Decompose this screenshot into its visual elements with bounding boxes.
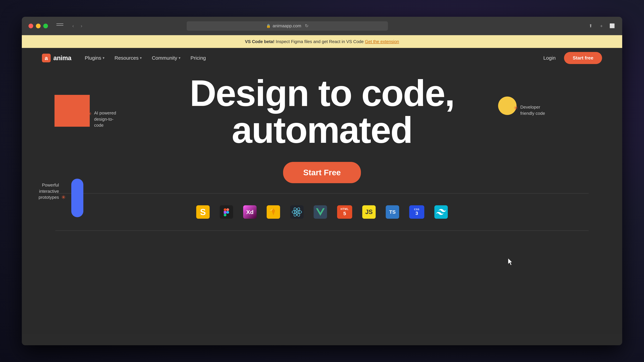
svg-rect-3 — [226, 208, 229, 211]
resources-chevron-icon: ▾ — [140, 56, 142, 60]
browser-nav-arrows: ‹ › — [70, 23, 84, 29]
nav-links: Plugins ▾ Resources ▾ Community ▾ Pricin… — [85, 55, 543, 61]
hero-cta: Start Free — [22, 162, 622, 183]
typescript-icon: TS — [386, 205, 399, 219]
logo-text: anima — [53, 54, 71, 62]
xd-icon: Xd — [243, 205, 256, 219]
url-text: animaapp.com — [273, 23, 301, 28]
blue-pill-decoration — [71, 179, 83, 217]
resources-nav-item[interactable]: Resources ▾ — [114, 55, 142, 61]
ai-powered-label: ✳ AI powereddesign-to-code — [87, 110, 116, 128]
announcement-text: Inspect Figma files and get React in VS … — [276, 39, 365, 44]
maximize-button[interactable] — [43, 24, 48, 28]
back-button[interactable]: ‹ — [70, 23, 76, 29]
website-content: VS Code beta! Inspect Figma files and ge… — [22, 35, 622, 334]
asterisk-icon: ✳ — [87, 111, 92, 117]
svg-point-10 — [296, 211, 298, 213]
asterisk-proto-icon: ✳ — [61, 194, 66, 200]
dev-label-text: Developerfriendly code — [520, 104, 545, 116]
hero-section: ✳ AI powereddesign-to-code ✳ Developerfr… — [22, 68, 622, 231]
red-shape-decoration — [54, 95, 90, 127]
javascript-icon: JS — [362, 205, 376, 219]
sidebar-toggle[interactable] — [56, 23, 64, 28]
announcement-banner: VS Code beta! Inspect Figma files and ge… — [22, 35, 622, 48]
hero-start-free-button[interactable]: Start Free — [283, 162, 361, 183]
url-bar[interactable]: 🔒 animaapp.com ↻ — [187, 21, 388, 31]
extensions-button[interactable]: ⬜ — [609, 23, 616, 29]
traffic-lights — [28, 24, 48, 28]
forward-button[interactable]: › — [78, 23, 84, 29]
pricing-nav-item[interactable]: Pricing — [190, 55, 206, 61]
plugins-nav-item[interactable]: Plugins ▾ — [85, 55, 104, 61]
mouse-cursor — [508, 258, 515, 267]
announcement-prefix: VS Code beta! — [245, 39, 274, 44]
tech-icons-row: S Xd — [22, 202, 622, 222]
svg-rect-4 — [224, 211, 226, 214]
tailwind-icon — [434, 205, 448, 219]
reload-icon[interactable]: ↻ — [305, 23, 308, 28]
css3-icon: CSS 3 — [409, 205, 424, 219]
plugins-chevron-icon: ▾ — [103, 56, 104, 60]
minimize-button[interactable] — [36, 24, 40, 28]
svg-point-5 — [226, 211, 229, 214]
proto-label-text: Powerfulinteractiveprototypes — [38, 182, 59, 200]
ai-label-text: AI powereddesign-to-code — [94, 110, 116, 128]
announcement-link[interactable]: Get the extension — [365, 39, 399, 44]
browser-titlebar: ‹ › 🔒 animaapp.com ↻ ⬆ ＋ ⬜ — [22, 17, 622, 35]
close-button[interactable] — [28, 24, 33, 28]
proto-label: Powerfulinteractiveprototypes ✳ — [38, 182, 66, 200]
asterisk-dev-icon: ✳ — [514, 105, 518, 111]
community-nav-item[interactable]: Community ▾ — [152, 55, 180, 61]
logo[interactable]: a anima — [42, 54, 71, 62]
community-chevron-icon: ▾ — [178, 56, 180, 60]
figma-icon — [220, 205, 233, 219]
sketch2-icon — [267, 205, 280, 219]
nav-right: Login Start free — [544, 52, 602, 64]
start-free-nav-button[interactable]: Start free — [564, 52, 602, 64]
svg-text:a: a — [45, 55, 48, 61]
logo-icon: a — [42, 54, 51, 62]
sketch-icon: S — [196, 205, 210, 219]
bottom-divider — [55, 230, 589, 231]
vue-icon — [314, 205, 327, 219]
browser-window: ‹ › 🔒 animaapp.com ↻ ⬆ ＋ ⬜ VS Code beta!… — [22, 17, 622, 345]
html5-icon: HTML 5 — [337, 205, 352, 219]
lock-icon: 🔒 — [266, 24, 271, 28]
login-button[interactable]: Login — [544, 55, 556, 61]
svg-rect-6 — [224, 214, 226, 216]
top-divider — [55, 193, 589, 194]
share-button[interactable]: ⬆ — [587, 23, 594, 29]
nav: a anima Plugins ▾ Resources ▾ Community … — [22, 48, 622, 68]
svg-rect-2 — [224, 208, 226, 211]
dev-friendly-label: ✳ Developerfriendly code — [514, 104, 545, 116]
new-tab-button[interactable]: ＋ — [598, 23, 605, 29]
browser-actions: ⬆ ＋ ⬜ — [587, 23, 616, 29]
react-icon — [290, 205, 304, 219]
